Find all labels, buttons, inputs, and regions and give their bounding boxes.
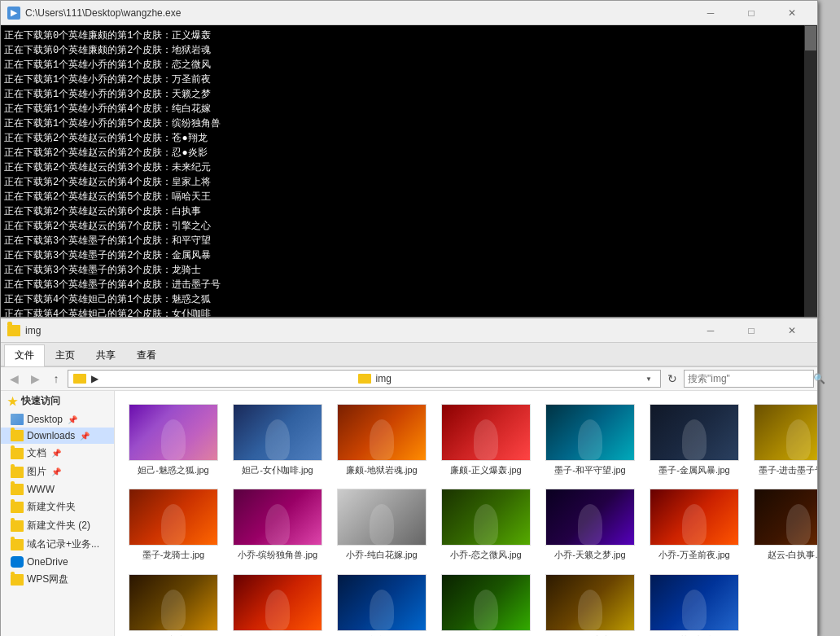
file-item-9[interactable]: 小乔-纯白花嫁.jpg — [333, 485, 431, 564]
file-item-6[interactable]: 墨子-进击墨子号.jpg — [750, 401, 817, 479]
tab-share[interactable]: 共享 — [85, 344, 126, 366]
explorer-folder-icon — [7, 325, 20, 336]
terminal-output: 正在下载第0个英雄廉颇的第1个皮肤：正义爆轰 正在下载第0个英雄廉颇的第2个皮肤… — [4, 29, 814, 317]
search-box: 🔍 — [684, 370, 814, 388]
sidebar-item-wps网盘[interactable]: WPS网盘 — [1, 570, 114, 589]
sidebar-label-2: 文档 — [27, 446, 46, 460]
file-item-11[interactable]: 小乔-天籁之梦.jpg — [541, 485, 639, 564]
ribbon-tabs: 文件 主页 共享 查看 — [1, 343, 817, 366]
forward-button[interactable]: ▶ — [25, 370, 45, 388]
terminal-body: 正在下载第0个英雄廉颇的第1个皮肤：正义爆轰 正在下载第0个英雄廉颇的第2个皮肤… — [1, 25, 817, 317]
file-item-7[interactable]: 墨子-龙骑士.jpg — [125, 485, 222, 564]
file-thumbnail-15 — [233, 574, 322, 631]
up-button[interactable]: ↑ — [46, 370, 66, 388]
pin-icon-1: 📌 — [80, 432, 90, 441]
refresh-button[interactable]: ↻ — [663, 370, 682, 388]
pin-icon-3: 📌 — [51, 467, 61, 476]
sidebar-item-文档[interactable]: 文档📌 — [1, 444, 114, 463]
explorer-minimize-button[interactable]: ─ — [692, 322, 729, 339]
explorer-maximize-button[interactable]: □ — [733, 322, 770, 339]
file-name-8: 小乔-缤纷独角兽.jpg — [238, 549, 317, 560]
file-item-1[interactable]: 妲己-女仆咖啡.jpg — [229, 401, 326, 479]
sidebar-icon-4 — [11, 484, 24, 495]
file-item-15[interactable]: 赵云-忍●炎影.jpg — [229, 571, 326, 636]
address-path: img — [376, 373, 643, 384]
main-content: 妲己-魅惑之狐.jpg妲己-女仆咖啡.jpg廉颇-地狱岩魂.jpg廉颇-正义爆轰… — [115, 391, 817, 636]
address-field[interactable]: ▶ img ▼ — [68, 370, 661, 388]
explorer-close-button[interactable]: ✕ — [773, 322, 811, 339]
file-thumbnail-2 — [337, 404, 427, 461]
file-thumbnail-0 — [129, 404, 218, 461]
file-name-5: 墨子-金属风暴.jpg — [658, 464, 729, 476]
sidebar: ★ 快速访问 Desktop📌Downloads📌文档📌图片📌WWW新建文件夹新… — [1, 391, 115, 636]
sidebar-icon-9 — [11, 574, 24, 586]
sidebar-item-onedrive[interactable]: OneDrive — [1, 554, 114, 570]
file-thumbnail-12 — [650, 489, 739, 546]
sidebar-label-1: Downloads — [27, 430, 75, 441]
file-item-2[interactable]: 廉颇-地狱岩魂.jpg — [333, 401, 431, 479]
tab-file[interactable]: 文件 — [4, 344, 45, 366]
back-button[interactable]: ◀ — [4, 370, 24, 388]
sidebar-item-desktop[interactable]: Desktop📌 — [1, 411, 114, 428]
address-dropdown-button[interactable]: ▼ — [642, 370, 655, 388]
file-thumbnail-5 — [650, 404, 739, 461]
sidebar-item-新建文件夹[interactable]: 新建文件夹 — [1, 498, 114, 516]
file-thumbnail-4 — [545, 404, 635, 461]
terminal-scrollbar[interactable] — [804, 25, 817, 317]
file-item-16[interactable]: 赵云-未来纪元.jpg — [333, 571, 431, 636]
file-item-5[interactable]: 墨子-金属风暴.jpg — [645, 401, 743, 479]
file-item-4[interactable]: 墨子-和平守望.jpg — [541, 401, 639, 479]
file-item-14[interactable]: 赵云-皇家上将.jpg — [125, 571, 222, 636]
file-grid: 妲己-魅惑之狐.jpg妲己-女仆咖啡.jpg廉颇-地狱岩魂.jpg廉颇-正义爆轰… — [121, 397, 811, 636]
sidebar-item-downloads[interactable]: Downloads📌 — [1, 428, 114, 444]
terminal-scrollbar-thumb — [805, 26, 816, 50]
search-input[interactable] — [685, 371, 813, 387]
terminal-maximize-button[interactable]: □ — [733, 5, 770, 21]
file-item-10[interactable]: 小乔-恋之微风.jpg — [437, 485, 535, 564]
sidebar-item-新建文件夹-(2)[interactable]: 新建文件夹 (2) — [1, 516, 114, 535]
file-name-0: 妲己-魅惑之狐.jpg — [138, 464, 208, 476]
file-item-3[interactable]: 廉颇-正义爆轰.jpg — [437, 401, 535, 479]
sidebar-icon-0 — [11, 414, 24, 425]
file-thumbnail-18 — [545, 574, 635, 631]
pin-icon-0: 📌 — [68, 415, 77, 424]
file-item-18[interactable]: 赵云-引擎之心.jpg — [541, 571, 639, 636]
sidebar-label-7: 域名记录+业务... — [27, 537, 99, 551]
sidebar-icon-1 — [11, 430, 24, 441]
file-thumbnail-13 — [754, 489, 817, 546]
sidebar-item-域名记录+业务...[interactable]: 域名记录+业务... — [1, 535, 114, 554]
address-folder-icon — [73, 374, 86, 384]
sidebar-label-8: OneDrive — [27, 556, 68, 568]
sidebar-icon-3 — [11, 467, 24, 478]
file-item-17[interactable]: 赵云-嗝哈天王.jpg — [437, 571, 535, 636]
tab-home[interactable]: 主页 — [45, 344, 85, 366]
sidebar-icon-8 — [11, 556, 24, 568]
file-item-8[interactable]: 小乔-缤纷独角兽.jpg — [229, 485, 326, 564]
terminal-window-controls: ─ □ ✕ — [692, 5, 811, 21]
file-name-11: 小乔-天籁之梦.jpg — [554, 549, 625, 560]
sidebar-label-3: 图片 — [27, 465, 46, 479]
quick-access-label: 快速访问 — [21, 394, 60, 408]
quick-access-header[interactable]: ★ 快速访问 — [1, 391, 114, 411]
file-name-7: 墨子-龙骑士.jpg — [142, 549, 204, 560]
file-name-3: 廉颇-正义爆轰.jpg — [450, 464, 521, 476]
file-name-13: 赵云-白执事.jpg — [768, 549, 817, 560]
file-item-12[interactable]: 小乔-万圣前夜.jpg — [645, 485, 743, 564]
file-item-19[interactable]: 赵云-苍天翔龙.jpg — [645, 571, 743, 636]
search-button[interactable]: 🔍 — [813, 370, 825, 388]
terminal-close-button[interactable]: ✕ — [773, 5, 811, 21]
terminal-title-left: ▶ C:\Users\111\Desktop\wangzhe.exe — [7, 7, 181, 20]
sidebar-item-图片[interactable]: 图片📌 — [1, 463, 114, 481]
file-name-12: 小乔-万圣前夜.jpg — [658, 549, 729, 560]
tab-view[interactable]: 查看 — [126, 344, 167, 366]
file-thumbnail-8 — [233, 489, 322, 546]
explorer-title-text: img — [25, 325, 41, 336]
file-item-0[interactable]: 妲己-魅惑之狐.jpg — [125, 401, 222, 479]
file-item-13[interactable]: 赵云-白执事.jpg — [750, 485, 817, 564]
file-thumbnail-10 — [441, 489, 531, 546]
sidebar-item-www[interactable]: WWW — [1, 481, 114, 498]
sidebar-icon-7 — [11, 539, 24, 550]
terminal-minimize-button[interactable]: ─ — [692, 5, 729, 21]
file-thumbnail-16 — [337, 574, 427, 631]
file-name-2: 廉颇-地狱岩魂.jpg — [346, 464, 417, 476]
